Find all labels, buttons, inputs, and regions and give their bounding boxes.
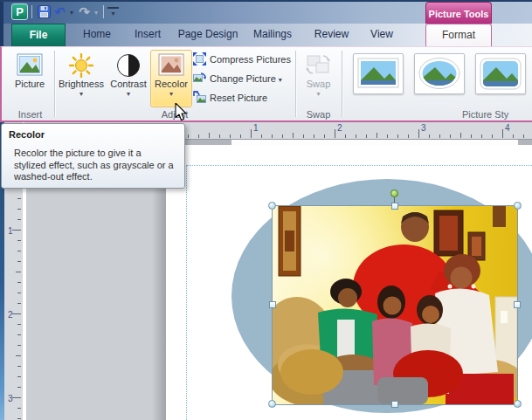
selected-picture[interactable] [273,206,517,404]
publisher-window: P ↶ ▾ ↷ ▾ ▾ Picture Tools File Home Inse… [0,0,532,420]
change-picture-label: Change Picture [210,73,276,84]
group-label-picture-styles: Picture Sty [462,109,532,120]
reset-picture-icon [193,91,206,104]
resize-handle-bottom-left[interactable] [268,400,276,408]
compress-pictures-button[interactable]: Compress Pictures [193,51,294,69]
resize-handle-bottom-right[interactable] [514,400,522,408]
ribbon-tab-row: File Home Insert Page Design Mailings Re… [0,24,532,46]
change-picture-button[interactable]: Change Picture▾ [193,70,294,88]
swap-button-label: Swap [300,79,337,90]
margin-guide-horizontal [186,165,532,166]
picture-tools-contextual-header: Picture Tools [425,2,492,25]
redo-dropdown-arrow-icon: ▾ [92,3,100,20]
group-separator [342,51,342,117]
compress-pictures-label: Compress Pictures [210,54,291,65]
group-separator [54,51,55,117]
tab-home[interactable]: Home [77,24,117,46]
chevron-down-icon: ▾ [151,90,191,99]
tooltip-body: Recolor the picture to give it a stylize… [14,148,175,183]
chevron-down-icon: ▾ [300,90,337,99]
save-button[interactable] [36,3,52,20]
change-picture-icon [193,72,206,85]
tab-mailings[interactable]: Mailings [247,24,298,46]
picture-style-rounded[interactable] [475,53,526,94]
contrast-icon [107,51,149,79]
recolor-icon [151,51,191,79]
tab-page-design[interactable]: Page Design [173,24,243,46]
contrast-button[interactable]: Contrast ▾ [107,50,150,107]
recolor-button[interactable]: Recolor ▾ [150,50,192,107]
brightness-button[interactable]: Brightness ▾ [56,50,107,107]
mouse-cursor-icon [175,103,187,121]
margin-guide-vertical [186,165,187,420]
separator [103,5,104,18]
picture-button-label: Picture [9,79,51,90]
recolor-tooltip: Recolor Recolor the picture to give it a… [1,123,185,189]
resize-handle-bottom[interactable] [391,401,398,408]
swap-button-disabled: Swap ▾ [299,50,338,107]
tab-file[interactable]: File [11,24,66,46]
compress-pictures-icon [193,52,206,65]
tooltip-title: Recolor [9,129,177,140]
customize-quick-access-button[interactable]: ▾ [107,3,120,20]
undo-button[interactable]: ↶ [52,3,67,20]
chevron-down-icon: ▾ [107,7,119,18]
resize-handle-top-left[interactable] [268,202,276,210]
chevron-down-icon: ▾ [57,90,106,99]
group-label-swap: Swap [295,109,342,120]
swap-icon [300,51,337,79]
resize-handle-right[interactable] [514,301,521,308]
rotation-handle[interactable] [390,189,398,197]
resize-handle-top[interactable] [391,203,398,210]
tab-view[interactable]: View [363,24,401,46]
picture-style-rectangle[interactable] [353,53,404,94]
separator [31,5,32,18]
family-photo [273,206,517,404]
chevron-down-icon: ▾ [107,90,149,99]
group-label-insert: Insert [6,109,54,120]
brightness-icon [57,51,106,79]
redo-button-disabled: ↷ [77,3,92,20]
tab-format-active[interactable]: Format [425,24,492,46]
picture-icon [9,51,51,79]
reset-picture-label: Reset Picture [210,93,267,103]
title-bar: P ↶ ▾ ↷ ▾ ▾ Picture Tools [0,0,532,24]
resize-handle-left[interactable] [269,301,276,308]
contrast-button-label: Contrast [107,79,149,90]
recolor-button-label: Recolor [151,79,191,90]
brightness-button-label: Brightness [57,79,106,90]
page-canvas [166,145,532,420]
tab-review[interactable]: Review [307,24,356,46]
ribbon: Picture Insert Brightness ▾ [0,46,532,122]
picture-button[interactable]: Picture [8,50,52,107]
undo-dropdown-arrow-icon[interactable]: ▾ [67,3,76,20]
app-icon[interactable]: P [11,3,28,20]
group-separator [295,51,296,117]
tab-insert[interactable]: Insert [128,24,168,46]
resize-handle-top-right[interactable] [514,202,522,210]
save-icon [38,5,51,18]
chevron-down-icon: ▾ [279,76,282,84]
reset-picture-button[interactable]: Reset Picture [193,89,294,107]
picture-style-oval[interactable] [414,53,465,94]
